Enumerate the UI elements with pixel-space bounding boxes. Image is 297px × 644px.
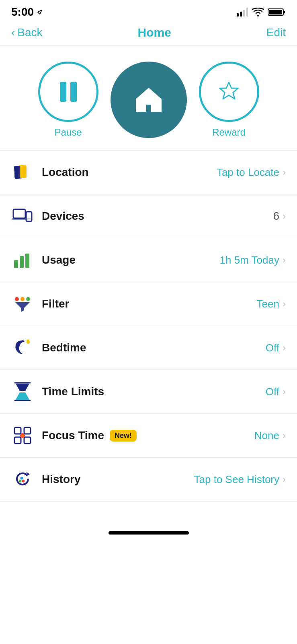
home-icon	[133, 83, 165, 117]
battery-icon	[268, 8, 286, 17]
usage-menu-item[interactable]: Usage 1h 5m Today ›	[0, 238, 297, 282]
svg-marker-43	[27, 472, 30, 476]
svg-point-27	[15, 297, 19, 301]
focustime-value: None ›	[254, 429, 286, 442]
svg-rect-18	[13, 209, 25, 218]
svg-rect-26	[20, 258, 24, 268]
status-bar: 5:00	[0, 0, 297, 22]
svg-point-29	[26, 297, 30, 301]
svg-point-31	[27, 341, 30, 344]
devices-value: 6 ›	[273, 210, 286, 223]
star-icon	[218, 80, 240, 104]
nav-bar: ‹ Back Home Edit	[0, 22, 297, 45]
wifi-icon	[252, 8, 264, 17]
history-icon	[11, 468, 34, 491]
location-value: Tap to Locate ›	[217, 166, 286, 179]
svg-rect-10	[283, 11, 285, 13]
filter-value: Teen ›	[257, 298, 286, 310]
svg-rect-40	[24, 437, 31, 444]
svg-rect-9	[269, 10, 282, 14]
filter-label: Filter	[42, 297, 249, 310]
timelimits-value: Off ›	[266, 386, 286, 398]
reward-item: Reward	[199, 62, 259, 138]
svg-rect-4	[240, 12, 242, 17]
bedtime-value: Off ›	[266, 342, 286, 354]
svg-marker-34	[16, 392, 29, 400]
location-arrow-icon	[36, 8, 43, 16]
bedtime-icon	[11, 336, 34, 359]
svg-rect-38	[24, 427, 31, 434]
pause-icon	[60, 82, 77, 102]
location-chevron: ›	[283, 167, 286, 178]
home-button[interactable]	[111, 62, 187, 138]
location-icon	[11, 161, 34, 184]
svg-rect-39	[14, 437, 21, 444]
devices-menu-item[interactable]: Devices 6 ›	[0, 194, 297, 238]
hero-section: Pause Reward	[0, 45, 297, 151]
bedtime-menu-item[interactable]: Bedtime Off ›	[0, 326, 297, 370]
svg-rect-37	[14, 427, 21, 434]
reward-button[interactable]	[199, 62, 259, 122]
edit-button[interactable]: Edit	[266, 26, 286, 39]
status-icons	[237, 8, 286, 17]
history-value: Tap to See History ›	[194, 473, 286, 486]
history-menu-item[interactable]: History Tap to See History ›	[0, 458, 297, 502]
devices-label: Devices	[42, 210, 265, 223]
usage-label: Usage	[42, 254, 212, 266]
status-time: 5:00	[11, 6, 43, 19]
svg-line-2	[38, 12, 40, 14]
svg-point-42	[21, 434, 24, 437]
timelimits-label: Time Limits	[42, 385, 258, 398]
focustime-menu-item[interactable]: Focus Time New! None ›	[0, 414, 297, 458]
focustime-chevron: ›	[283, 430, 286, 441]
focustime-label: Focus Time New!	[42, 429, 246, 442]
svg-rect-17	[20, 166, 27, 178]
svg-point-44	[19, 480, 22, 483]
svg-marker-13	[220, 82, 238, 99]
svg-marker-33	[16, 384, 29, 391]
svg-point-7	[257, 15, 259, 17]
filter-icon	[11, 293, 34, 315]
devices-chevron: ›	[283, 211, 286, 222]
svg-rect-25	[14, 262, 18, 268]
home-item	[111, 62, 187, 138]
timelimits-icon	[11, 380, 34, 403]
svg-rect-3	[237, 13, 239, 17]
bedtime-chevron: ›	[283, 342, 286, 353]
svg-point-28	[20, 297, 25, 301]
location-label: Location	[42, 166, 209, 179]
svg-rect-6	[246, 8, 248, 17]
usage-chevron: ›	[283, 254, 286, 266]
svg-rect-12	[146, 105, 151, 112]
page-title: Home	[137, 26, 171, 39]
timelimits-chevron: ›	[283, 386, 286, 397]
pause-label: Pause	[54, 127, 82, 138]
svg-rect-5	[243, 10, 245, 17]
svg-rect-16	[14, 166, 21, 178]
back-button[interactable]: ‹ Back	[11, 26, 43, 39]
usage-value: 1h 5m Today ›	[220, 254, 286, 266]
devices-icon	[11, 205, 34, 227]
new-badge: New!	[110, 430, 137, 442]
history-chevron: ›	[283, 474, 286, 485]
filter-chevron: ›	[283, 298, 286, 310]
svg-point-45	[22, 480, 25, 483]
svg-point-46	[20, 477, 23, 480]
usage-icon	[11, 249, 34, 271]
bedtime-label: Bedtime	[42, 341, 258, 354]
filter-menu-item[interactable]: Filter Teen ›	[0, 282, 297, 326]
bottom-area	[0, 510, 297, 542]
location-menu-item[interactable]: Location Tap to Locate ›	[0, 151, 297, 194]
svg-rect-20	[26, 212, 32, 221]
home-indicator	[109, 531, 189, 535]
pause-button[interactable]	[38, 62, 98, 122]
signal-icon	[237, 8, 248, 17]
pause-item: Pause	[38, 62, 98, 138]
timelimits-menu-item[interactable]: Time Limits Off ›	[0, 370, 297, 414]
history-label: History	[42, 473, 186, 486]
menu-list: Location Tap to Locate › Devices 6 ›	[0, 151, 297, 502]
reward-label: Reward	[212, 127, 246, 138]
svg-rect-24	[25, 254, 29, 268]
focustime-icon	[11, 424, 34, 447]
